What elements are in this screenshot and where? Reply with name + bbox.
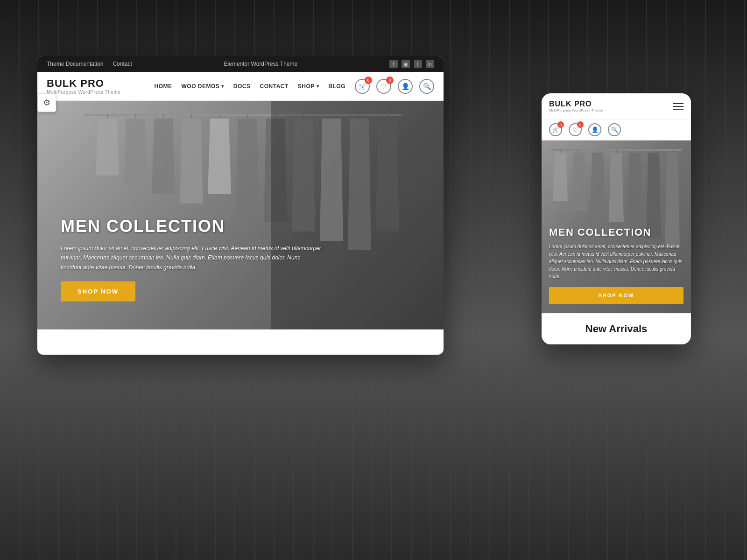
logo-area: BULK PRO MultiPurpose WordPress Theme — [47, 77, 120, 95]
mobile-cart-wrap[interactable]: 🛒 0 — [549, 123, 562, 136]
new-arrivals-section: New Arrivals — [542, 313, 691, 344]
hero-title: MEN COLLECTION — [61, 217, 322, 236]
nav-icons: 🛒 0 ♡ 0 👤 🔍 — [355, 79, 434, 94]
nav-links: HOME WOO DEMOS ▾ DOCS CONTACT SHOP ▾ BLO… — [155, 83, 345, 90]
mobile-search-wrap[interactable]: 🔍 — [608, 123, 621, 136]
gear-icon: ⚙ — [43, 98, 50, 108]
hero-description: Lorem ipsum dolor sit amet, consectetuer… — [61, 244, 322, 272]
instagram-icon[interactable]: ▣ — [402, 60, 410, 68]
mobile-wishlist-badge: 0 — [577, 121, 584, 128]
social-icons: f ▣ t in — [389, 60, 434, 68]
cart-icon-wrap[interactable]: 🛒 0 — [355, 79, 370, 94]
nav-docs[interactable]: DOCS — [233, 83, 251, 90]
logo-title: BULK PRO — [47, 77, 120, 90]
mobile-icons-row: 🛒 0 ♡ 0 👤 🔍 — [542, 119, 691, 140]
mobile-search-icon: 🔍 — [608, 123, 621, 136]
cart-badge: 0 — [365, 77, 372, 84]
hero-content: MEN COLLECTION Lorem ipsum dolor sit ame… — [61, 217, 322, 301]
user-icon: 👤 — [398, 79, 413, 94]
top-bar-left: Theme Documentation Contact — [47, 61, 132, 67]
twitter-icon[interactable]: t — [414, 60, 422, 68]
mobile-logo-title: BULK PRO — [549, 100, 603, 108]
mobile-logo-area: BULK PRO MultiPurpose WordPress Theme — [549, 100, 603, 112]
user-icon-wrap[interactable]: 👤 — [398, 79, 413, 94]
wishlist-badge: 0 — [386, 77, 394, 84]
search-icon-wrap[interactable]: 🔍 — [419, 79, 434, 94]
top-bar-center: Elementor WordPress Theme — [224, 61, 298, 67]
nav-blog[interactable]: BLOG — [328, 83, 345, 90]
nav-woo-demos[interactable]: WOO DEMOS ▾ — [182, 83, 224, 90]
contact-link[interactable]: Contact — [113, 61, 132, 67]
nav-shop[interactable]: SHOP ▾ — [298, 83, 319, 90]
shop-caret: ▾ — [317, 84, 319, 89]
hamburger-line-3 — [673, 109, 684, 110]
mobile-wishlist-wrap[interactable]: ♡ 0 — [569, 123, 582, 136]
search-icon: 🔍 — [419, 79, 434, 94]
linkedin-icon[interactable]: in — [426, 60, 434, 68]
logo-subtitle: MultiPurpose WordPress Theme — [47, 90, 120, 95]
new-arrivals-title: New Arrivals — [549, 323, 684, 335]
wishlist-icon-wrap[interactable]: ♡ 0 — [376, 79, 391, 94]
nav-bar: BULK PRO MultiPurpose WordPress Theme HO… — [37, 72, 444, 101]
mobile-window: BULK PRO MultiPurpose WordPress Theme 🛒 … — [542, 93, 691, 344]
mobile-user-icon: 👤 — [588, 123, 601, 136]
woo-demos-caret: ▾ — [221, 84, 224, 89]
shop-now-button[interactable]: SHOP NOW — [61, 281, 135, 301]
nav-contact[interactable]: CONTACT — [260, 83, 289, 90]
mobile-logo-subtitle: MultiPurpose WordPress Theme — [549, 108, 603, 112]
hamburger-menu[interactable] — [673, 103, 684, 110]
mobile-cart-badge: 0 — [557, 121, 564, 128]
mobile-hero-section: MEN COLLECTION Lorem ipsum dolor sit ame… — [542, 140, 691, 313]
hamburger-line-1 — [673, 103, 684, 104]
mobile-hero-description: Lorem ipsum dolor sit amet, consectetuer… — [549, 243, 684, 280]
mobile-shop-now-button[interactable]: SHOP NOW — [549, 287, 684, 304]
nav-home[interactable]: HOME — [155, 83, 172, 90]
hero-section: MEN COLLECTION Lorem ipsum dolor sit ame… — [37, 101, 444, 329]
settings-widget[interactable]: ⚙ — [37, 93, 56, 112]
hamburger-line-2 — [673, 106, 684, 107]
theme-docs-link[interactable]: Theme Documentation — [47, 61, 103, 67]
mobile-user-wrap[interactable]: 👤 — [588, 123, 601, 136]
facebook-icon[interactable]: f — [389, 60, 398, 68]
top-bar: Theme Documentation Contact Elementor Wo… — [37, 56, 444, 72]
mobile-hero-content: MEN COLLECTION Lorem ipsum dolor sit ame… — [549, 226, 684, 304]
mobile-hero-title: MEN COLLECTION — [549, 226, 684, 238]
mobile-header: BULK PRO MultiPurpose WordPress Theme — [542, 93, 691, 119]
desktop-window: Theme Documentation Contact Elementor Wo… — [37, 56, 444, 355]
